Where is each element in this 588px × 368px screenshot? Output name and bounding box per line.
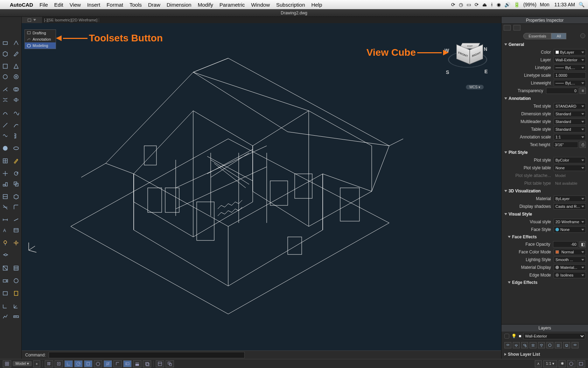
snap-grid-icon[interactable]: [45, 360, 53, 367]
tool-copy-icon[interactable]: [11, 179, 22, 189]
annotation-visibility-icon[interactable]: ✱: [559, 360, 566, 367]
toolset-modeling[interactable]: Modeling: [25, 42, 56, 49]
quickprops-icon[interactable]: [156, 360, 164, 367]
section-visual-style[interactable]: Visual Style: [502, 210, 588, 218]
tool-slice-icon[interactable]: [0, 202, 11, 212]
app-name[interactable]: AutoCAD: [10, 2, 33, 8]
tool-hatch-icon[interactable]: [11, 263, 22, 273]
selection-cycling-icon[interactable]: [166, 360, 174, 367]
tool-layer-icon[interactable]: [0, 250, 11, 261]
layer-tool-5-icon[interactable]: [538, 342, 545, 348]
dynamic-input-icon[interactable]: [123, 360, 132, 367]
prop-face-style[interactable]: None: [554, 226, 586, 233]
menu-format[interactable]: Format: [106, 2, 123, 8]
tool-dim2-icon[interactable]: [11, 214, 22, 225]
viewcube[interactable]: W E S N TOP FRONT RIGHT: [447, 36, 489, 85]
prop-text-style[interactable]: STANDARD: [554, 103, 586, 109]
layer-tool-3-icon[interactable]: [521, 342, 528, 348]
menu-tools[interactable]: Tools: [130, 2, 142, 8]
osnap-icon[interactable]: [84, 360, 92, 367]
tool-section-icon[interactable]: [0, 191, 11, 202]
command-input[interactable]: [49, 352, 245, 358]
layer-tool-4-icon[interactable]: [530, 342, 537, 348]
tool-torus-icon[interactable]: [11, 71, 22, 82]
sync2-icon[interactable]: ⟳: [475, 2, 479, 7]
section-3d-viz[interactable]: 3D Visualization: [502, 187, 588, 195]
tool-dim-icon[interactable]: [0, 214, 11, 225]
prop-linetype[interactable]: ByL...: [554, 64, 586, 71]
display-icon[interactable]: ▭: [467, 2, 471, 7]
sync-icon[interactable]: ⟳: [451, 2, 455, 7]
menubar-time[interactable]: 11:33 AM: [554, 2, 575, 7]
tool-box-icon[interactable]: [0, 38, 11, 48]
ducs-icon[interactable]: [113, 360, 122, 367]
tool-revolve-icon[interactable]: [11, 95, 22, 105]
menu-parametric[interactable]: Parametric: [219, 2, 245, 8]
tool-cube2-icon[interactable]: [11, 191, 22, 202]
tool-arc-icon[interactable]: [0, 107, 11, 118]
menu-edit[interactable]: Edit: [54, 2, 63, 8]
menu-help[interactable]: Help: [312, 2, 322, 8]
pill-essentials[interactable]: Essentials: [523, 33, 551, 39]
layer-tool-8-icon[interactable]: [563, 342, 570, 348]
tool-move-icon[interactable]: [0, 168, 11, 179]
annotation-scale-icon[interactable]: ⋏: [535, 360, 542, 367]
prop-lineweight[interactable]: ByL...: [554, 80, 586, 86]
menubar-day[interactable]: Mon: [540, 2, 550, 7]
face-opacity-toggle-icon[interactable]: ◧: [580, 241, 586, 247]
menu-view[interactable]: View: [70, 2, 81, 8]
hardware-accel-icon[interactable]: [577, 360, 585, 367]
tool-loft-icon[interactable]: [0, 95, 11, 105]
toolset-drafting[interactable]: Drafting: [25, 30, 56, 36]
section-annotation[interactable]: Annotation: [502, 95, 588, 102]
tool-text-icon[interactable]: A: [0, 225, 11, 236]
show-layer-list[interactable]: Show Layer List: [502, 350, 588, 359]
eject-icon[interactable]: ⏏: [482, 2, 487, 7]
menu-modify[interactable]: Modify: [198, 2, 213, 8]
prop-lighting-style[interactable]: Smooth ...: [554, 257, 586, 263]
otrack-icon[interactable]: [104, 360, 112, 367]
tool-ellipse-icon[interactable]: [11, 143, 22, 154]
tool-table-icon[interactable]: [11, 225, 22, 236]
current-layer-select[interactable]: Wall-Exterior: [523, 333, 585, 339]
prop-table-style[interactable]: Standard: [554, 126, 586, 132]
layer-tool-9-icon[interactable]: [572, 342, 579, 348]
transparency-icon[interactable]: [143, 360, 151, 367]
wcs-badge[interactable]: WCS ▾: [466, 85, 484, 89]
tool-spline2-icon[interactable]: [11, 107, 22, 118]
section-general[interactable]: General: [502, 41, 588, 48]
prop-plot-table[interactable]: None: [554, 165, 586, 171]
section-edge-effects[interactable]: Edge Effects: [502, 279, 588, 286]
tool-spline-icon[interactable]: [0, 130, 11, 141]
tool-brush-icon[interactable]: [11, 48, 22, 59]
compass-e[interactable]: E: [484, 69, 488, 74]
tool-helix-icon[interactable]: [11, 130, 22, 141]
tool-ucs2-icon[interactable]: [11, 301, 22, 311]
snap-icon[interactable]: [55, 360, 63, 367]
tool-render-icon[interactable]: [11, 275, 22, 286]
viewport-tabs-button[interactable]: [22, 17, 42, 23]
battery-icon[interactable]: 🔋: [514, 2, 520, 7]
prop-shadows[interactable]: Casts and R...: [554, 203, 586, 210]
prop-multileader-style[interactable]: Standard: [554, 118, 586, 125]
prop-transparency[interactable]: 0: [546, 88, 578, 94]
prop-annotation-scale[interactable]: 1:1: [554, 134, 586, 140]
prop-edge-mode[interactable]: Isolines: [554, 272, 586, 278]
tool-polysolid-icon[interactable]: [0, 48, 11, 59]
prop-visual-style[interactable]: 2D Wireframe: [554, 219, 586, 225]
tool-extrude-icon[interactable]: [11, 38, 22, 48]
prop-layer[interactable]: Wall-Exterior: [554, 57, 586, 63]
tool-sun-icon[interactable]: [11, 238, 22, 248]
tool-pencil-icon[interactable]: [11, 156, 22, 166]
viewport-tab-label[interactable]: [-][SE Isometric][2D Wireframe]: [43, 18, 99, 22]
tool-rotate-icon[interactable]: [11, 168, 22, 179]
prop-material-display[interactable]: Material...: [554, 264, 586, 271]
compass-n[interactable]: N: [484, 46, 487, 52]
prop-text-height[interactable]: 3/16": [553, 142, 578, 148]
workspace-icon[interactable]: [567, 360, 575, 367]
ortho-icon[interactable]: [64, 360, 73, 367]
layout-grid-icon[interactable]: [3, 360, 11, 367]
tool-page-icon[interactable]: [11, 288, 22, 299]
tool-line-icon[interactable]: [0, 120, 11, 130]
tool-layout-icon[interactable]: [0, 288, 11, 299]
